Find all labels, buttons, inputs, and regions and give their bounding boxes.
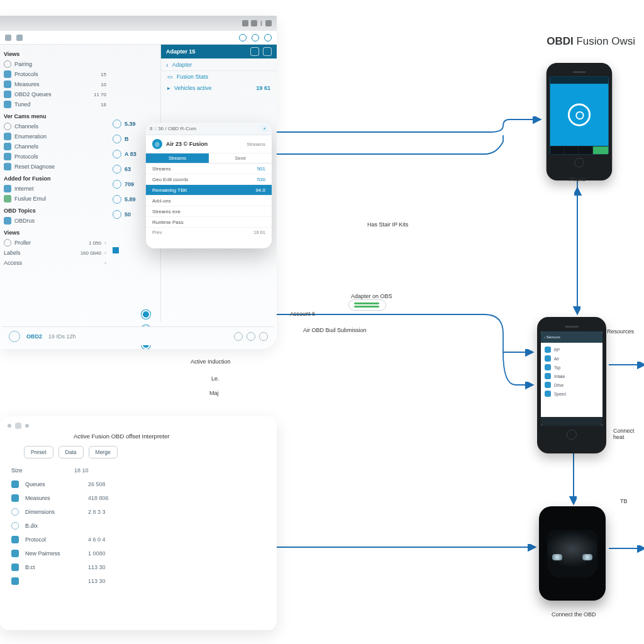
kv-row: Measures418 806 bbox=[8, 491, 269, 505]
item-icon bbox=[545, 355, 551, 362]
dock-icon[interactable] bbox=[247, 332, 255, 341]
back-icon[interactable]: ‹ bbox=[166, 61, 169, 69]
seg-data[interactable]: Data bbox=[58, 446, 84, 458]
list-item[interactable]: OBD2 Queues11 70 bbox=[4, 89, 106, 99]
menu-icon[interactable] bbox=[5, 35, 11, 41]
tablet-toolbar bbox=[0, 31, 277, 45]
add-button[interactable]: + bbox=[261, 125, 268, 132]
list-item[interactable]: Measures10 bbox=[4, 79, 106, 89]
list-item[interactable]: OBDrus bbox=[4, 216, 106, 226]
seg-preset[interactable]: Preset bbox=[24, 446, 53, 458]
speaker-slot bbox=[573, 71, 586, 73]
square-icon bbox=[11, 564, 19, 571]
tab-send[interactable]: Send bbox=[209, 153, 272, 163]
list-item[interactable]: Tsp bbox=[545, 363, 599, 372]
db-icon bbox=[113, 210, 121, 219]
panel-link[interactable]: ▸ Vehicles active 19 61 bbox=[161, 82, 277, 94]
list-item[interactable]: Labels160 0840› bbox=[4, 248, 106, 258]
phone-list: RP Air Tsp Intake Drive Speed bbox=[541, 343, 602, 417]
back-icon[interactable]: ‹ bbox=[544, 335, 545, 339]
user-icon[interactable] bbox=[264, 34, 272, 42]
panel-head[interactable]: ▭ Fusion Stats bbox=[161, 71, 277, 82]
segmented-control: Preset Data Merge bbox=[24, 446, 269, 458]
list-item[interactable]: Streams exe bbox=[146, 206, 272, 217]
enum-icon bbox=[4, 133, 11, 140]
kv-row: 113 30 bbox=[8, 574, 269, 588]
list-item[interactable]: Air bbox=[545, 354, 599, 363]
net-icon bbox=[4, 185, 11, 192]
square-icon bbox=[11, 550, 19, 557]
tab-streams[interactable]: Streams bbox=[146, 153, 209, 163]
detail-breadcrumb[interactable]: ‹ Adapter bbox=[161, 58, 277, 71]
flow-label: Air OBD Bud Submission bbox=[303, 327, 367, 333]
status-bar bbox=[0, 16, 277, 31]
dock-icon[interactable] bbox=[259, 332, 268, 341]
list-item[interactable]: Drive bbox=[545, 380, 599, 389]
list-item[interactable]: Geo Edit coords530 bbox=[146, 174, 272, 185]
seg-merge[interactable]: Merge bbox=[89, 446, 118, 458]
speaker-slot bbox=[565, 326, 579, 328]
list-item[interactable]: Tuned18 bbox=[4, 99, 106, 109]
flow-label: Maj bbox=[209, 390, 219, 396]
grid-icon bbox=[4, 70, 11, 78]
ring-icon bbox=[11, 522, 19, 530]
dock-home-icon[interactable] bbox=[9, 331, 20, 342]
signal-icon bbox=[242, 20, 248, 26]
phone-titlebar: ‹ Sensors bbox=[541, 331, 602, 343]
cam-icon bbox=[4, 123, 11, 130]
gear-icon bbox=[113, 119, 121, 128]
list-item[interactable]: Reset Diagnose bbox=[4, 162, 106, 172]
tune-icon bbox=[4, 101, 11, 108]
cell-icon bbox=[265, 20, 272, 26]
list-item[interactable]: Channels bbox=[4, 121, 106, 131]
search-icon[interactable] bbox=[239, 34, 247, 42]
list-item[interactable]: Protocols15 bbox=[4, 69, 106, 79]
list-item[interactable]: Intake bbox=[545, 372, 599, 380]
vehicle-graphic bbox=[539, 506, 606, 601]
app-logo bbox=[550, 84, 608, 146]
share-icon[interactable] bbox=[250, 47, 259, 56]
section-head: Ver Cams menu bbox=[4, 113, 106, 119]
back-icon[interactable] bbox=[8, 424, 11, 428]
phone-statusbar bbox=[550, 77, 608, 84]
list-item[interactable]: Add-ons bbox=[146, 196, 272, 206]
home-button[interactable] bbox=[567, 430, 577, 440]
dock-sub: 19 IDs 12h bbox=[48, 333, 76, 340]
list-item[interactable]: Streams501 bbox=[146, 164, 272, 174]
list-item[interactable]: Internet bbox=[4, 184, 106, 194]
list-item[interactable]: Enumeration bbox=[4, 131, 106, 142]
queue-icon bbox=[4, 91, 11, 98]
app-icon bbox=[15, 423, 21, 429]
section-head: Views bbox=[4, 230, 106, 236]
popup-title: ◎ Air 23 © Fusion Streams bbox=[146, 135, 272, 153]
list-item[interactable]: Fuslue Emul bbox=[4, 194, 106, 204]
list-item[interactable]: Runtime Pass bbox=[146, 217, 272, 228]
flow-label: TB bbox=[620, 498, 628, 504]
call-button[interactable] bbox=[593, 147, 609, 154]
list-item[interactable]: Channels bbox=[4, 142, 106, 152]
tablet-dock: OBD2 19 IDs 12h bbox=[3, 326, 274, 345]
layout-icon[interactable] bbox=[16, 35, 23, 41]
list-item[interactable]: Proller1 050› bbox=[4, 238, 106, 248]
list-item[interactable]: RP bbox=[545, 345, 599, 354]
square-icon bbox=[11, 480, 19, 488]
wifi-icon bbox=[260, 20, 263, 27]
wrench-icon bbox=[4, 239, 11, 247]
home-button[interactable] bbox=[574, 158, 584, 167]
topic-icon bbox=[4, 217, 11, 225]
list-item[interactable]: Access› bbox=[4, 258, 106, 268]
list-item[interactable]: Protocols bbox=[4, 152, 106, 162]
dock-label[interactable]: OBD2 bbox=[26, 333, 42, 340]
kv-row: Queues26 508 bbox=[8, 477, 269, 491]
list-item[interactable]: Pairing bbox=[4, 59, 106, 69]
list-item[interactable]: Remaining TBK94.0 bbox=[146, 185, 272, 196]
phone-navbar bbox=[541, 417, 602, 426]
dock-icon[interactable] bbox=[234, 332, 243, 341]
settings-icon[interactable] bbox=[263, 47, 272, 56]
flow-label: Has Stair IP Kits bbox=[367, 221, 408, 228]
help-icon[interactable] bbox=[252, 34, 259, 42]
flow-label: Adapter on OBS bbox=[351, 293, 392, 299]
section-head: OBD Topics bbox=[4, 208, 106, 214]
list-item[interactable]: Speed bbox=[545, 389, 599, 398]
section-head: Views bbox=[4, 51, 106, 57]
